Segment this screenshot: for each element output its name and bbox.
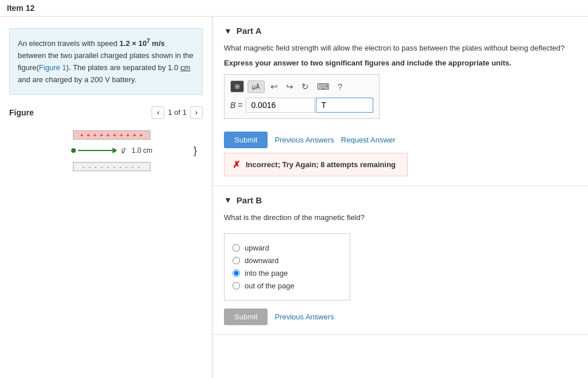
arrow-line [78,148,117,153]
v-label: v⃗ [121,146,125,155]
value-input[interactable] [246,98,315,113]
radio-downward[interactable] [233,257,240,264]
part-a-instruction: Express your answer to two significant f… [224,59,577,67]
option-upward: upward [233,244,342,252]
figure-diagram: + + + + + + + + + + v⃗ 1.0 cm - - - - - … [9,130,203,171]
equation-label: B = [230,101,242,110]
figure-link[interactable]: Figure 1 [39,63,67,72]
negative-plate: - - - - - - - - - - [73,162,150,171]
option-downward: downward [233,256,342,265]
unit-button[interactable]: μÅ [247,80,265,93]
label-upward: upward [245,244,269,252]
submit-button-a[interactable]: Submit [224,132,268,148]
distance-label: 1.0 cm [131,146,152,155]
grid-button[interactable]: ⊞ [230,80,244,92]
error-icon: ✗ [233,159,240,170]
figure-section: Figure ‹ 1 of 1 › + + + + + + + + + + [9,106,203,171]
positive-plate: + + + + + + + + + + [73,130,150,140]
part-a-arrow[interactable]: ▼ [224,26,232,36]
error-message: Incorrect; Try Again; 8 attempts remaini… [246,160,396,169]
answer-box-a: ⊞ μÅ ↩ ↪ ↻ ⌨ ? B = [224,74,380,119]
radio-into-page[interactable] [233,269,240,277]
radio-upward[interactable] [233,244,240,252]
figure-next-button[interactable]: › [190,106,203,119]
label-out-of-page: out of the page [245,281,295,290]
brace-right: } [194,145,197,157]
part-a-title: Part A [237,26,262,36]
previous-answers-link-b[interactable]: Previous Answers [274,313,334,321]
figure-title: Figure [9,108,34,117]
label-downward: downward [245,256,278,265]
electron-dot [71,148,76,153]
redo-button[interactable]: ↪ [284,80,296,93]
figure-page: 1 of 1 [168,108,187,117]
figure-nav: ‹ 1 of 1 › [152,106,203,119]
error-box: ✗ Incorrect; Try Again; 8 attempts remai… [224,153,408,176]
toolbar: ⊞ μÅ ↩ ↪ ↻ ⌨ ? [230,80,373,93]
action-row-a: Submit Previous Answers Request Answer [224,132,577,148]
figure-prev-button[interactable]: ‹ [152,106,164,119]
input-row: B = [230,98,373,113]
right-panel: ▼ Part A What magnetic field strength wi… [212,17,588,378]
help-button[interactable]: ? [335,80,345,92]
top-bar: Item 12 [0,0,588,17]
problem-text: An electron travels with speed 1.2 × 107… [9,28,203,95]
submit-button-b[interactable]: Submit [224,308,268,325]
part-a-section: ▼ Part A What magnetic field strength wi… [212,17,588,186]
item-label: Item 12 [7,3,34,13]
radio-group: upward downward into the page out of the… [224,233,350,300]
part-b-header: ▼ Part B [224,195,577,205]
problem-intro: An electron travels with speed 1.2 × 107… [18,39,194,83]
action-row-b: Submit Previous Answers [224,308,577,325]
previous-answers-link-a[interactable]: Previous Answers [274,136,334,144]
part-b-arrow[interactable]: ▼ [224,195,232,205]
refresh-button[interactable]: ↻ [299,80,311,93]
left-panel: An electron travels with speed 1.2 × 107… [0,17,212,378]
part-b-question: What is the direction of the magnetic fi… [224,212,577,223]
label-into-page: into the page [245,269,288,277]
radio-out-of-page[interactable] [233,282,240,290]
option-out-of-page: out of the page [233,281,342,290]
option-into-page: into the page [233,269,342,277]
part-a-question: What magnetic field strength will allow … [224,43,577,54]
unit-input[interactable] [316,98,373,113]
part-b-title: Part B [237,195,262,205]
part-b-section: ▼ Part B What is the direction of the ma… [212,186,588,335]
electron-row: v⃗ 1.0 cm [71,146,153,155]
main-layout: An electron travels with speed 1.2 × 107… [0,17,588,378]
undo-button[interactable]: ↩ [268,80,280,93]
keyboard-button[interactable]: ⌨ [315,80,332,93]
part-a-header: ▼ Part A [224,26,577,36]
request-answer-link[interactable]: Request Answer [341,136,396,144]
figure-label-row: Figure ‹ 1 of 1 › [9,106,203,119]
